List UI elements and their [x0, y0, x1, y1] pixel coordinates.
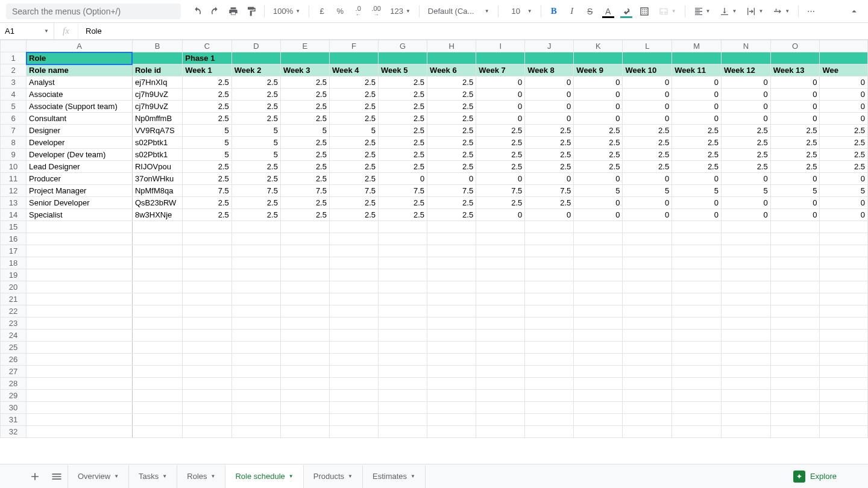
cell[interactable]	[379, 426, 427, 438]
cell[interactable]: 7.5	[427, 185, 476, 197]
cell[interactable]	[623, 342, 672, 354]
cell[interactable]: 2.5	[770, 161, 820, 173]
cell[interactable]	[525, 330, 574, 342]
cell[interactable]: 7.5	[379, 185, 427, 197]
row-header[interactable]: 18	[1, 257, 27, 269]
cell[interactable]	[329, 378, 378, 390]
sheet-tab[interactable]: Products▼	[304, 465, 363, 488]
cell[interactable]	[329, 269, 378, 281]
cell[interactable]	[525, 221, 574, 233]
cell[interactable]	[525, 293, 574, 305]
strikethrough-button[interactable]: S	[582, 4, 598, 19]
column-header[interactable]: G	[379, 40, 427, 52]
cell[interactable]: 5	[820, 185, 868, 197]
cell[interactable]	[231, 221, 280, 233]
row-header[interactable]: 24	[1, 330, 27, 342]
cell[interactable]: 0	[672, 173, 722, 185]
cell[interactable]	[820, 257, 868, 269]
cell[interactable]	[231, 426, 280, 438]
italic-button[interactable]: I	[564, 4, 580, 19]
cell[interactable]: 0	[721, 113, 770, 125]
cell[interactable]	[183, 390, 232, 402]
column-header[interactable]: I	[476, 40, 525, 52]
cell[interactable]	[132, 269, 182, 281]
cell[interactable]: 0	[770, 209, 820, 221]
row-header[interactable]: 6	[1, 113, 27, 125]
cell[interactable]	[525, 414, 574, 426]
cell[interactable]	[183, 330, 232, 342]
cell[interactable]: 2.5	[820, 149, 868, 161]
cell[interactable]: 0	[721, 77, 770, 89]
cell[interactable]: 2.5	[672, 125, 722, 137]
cell[interactable]	[231, 257, 280, 269]
cell[interactable]	[329, 390, 378, 402]
column-header[interactable]: O	[770, 40, 820, 52]
cell[interactable]	[770, 426, 820, 438]
cell[interactable]	[525, 342, 574, 354]
cell[interactable]: 0	[820, 197, 868, 209]
cell[interactable]: 2.5	[183, 209, 232, 221]
cell[interactable]	[132, 342, 182, 354]
cell[interactable]: 2.5	[329, 209, 378, 221]
cell[interactable]	[329, 281, 378, 293]
cell[interactable]	[770, 354, 820, 366]
cell[interactable]: 2.5	[623, 149, 672, 161]
cell[interactable]: 2.5	[183, 173, 232, 185]
cell[interactable]: 2.5	[280, 89, 329, 101]
row-header[interactable]: 32	[1, 426, 27, 438]
cell[interactable]: 0	[525, 113, 574, 125]
spreadsheet-grid[interactable]: ABCDEFGHIJKLMNO1RolePhase 12Role nameRol…	[0, 40, 868, 464]
row-header[interactable]: 23	[1, 318, 27, 330]
cell[interactable]: 2.5	[623, 137, 672, 149]
cell[interactable]: 2.5	[525, 125, 574, 137]
cell[interactable]	[280, 426, 329, 438]
merge-cells-button[interactable]: ▼	[655, 4, 680, 19]
cell[interactable]	[721, 257, 770, 269]
cell[interactable]	[427, 330, 476, 342]
cell[interactable]: 2.5	[525, 137, 574, 149]
cell[interactable]: Consultant	[27, 113, 133, 125]
cell[interactable]: 5	[721, 185, 770, 197]
cell[interactable]	[574, 342, 623, 354]
cell[interactable]	[525, 245, 574, 257]
cell[interactable]	[231, 269, 280, 281]
cell[interactable]	[672, 269, 722, 281]
cell[interactable]	[623, 318, 672, 330]
cell[interactable]	[770, 269, 820, 281]
cell[interactable]: 2.5	[427, 161, 476, 173]
column-header[interactable]: F	[329, 40, 378, 52]
cell[interactable]	[820, 426, 868, 438]
cell[interactable]	[721, 426, 770, 438]
cell[interactable]	[672, 342, 722, 354]
text-rotation-button[interactable]: ▼	[769, 4, 793, 19]
cell[interactable]: 2.5	[427, 101, 476, 113]
cell[interactable]: Role name	[27, 64, 133, 77]
fill-color-button[interactable]	[618, 4, 634, 19]
cell[interactable]	[525, 378, 574, 390]
cell[interactable]	[427, 378, 476, 390]
cell[interactable]: 0	[574, 197, 623, 209]
cell[interactable]	[427, 414, 476, 426]
cell[interactable]: Developer	[27, 137, 133, 149]
cell[interactable]	[820, 221, 868, 233]
cell[interactable]	[231, 245, 280, 257]
cell[interactable]: 0	[574, 89, 623, 101]
cell[interactable]	[623, 390, 672, 402]
cell[interactable]	[379, 342, 427, 354]
cell[interactable]	[379, 221, 427, 233]
cell[interactable]	[476, 366, 525, 378]
sheet-tab[interactable]: Overview▼	[68, 465, 129, 488]
cell[interactable]: Developer (Dev team)	[27, 149, 133, 161]
cell[interactable]: 2.5	[280, 149, 329, 161]
cell[interactable]: 2.5	[231, 209, 280, 221]
cell[interactable]	[623, 245, 672, 257]
cell[interactable]	[27, 269, 133, 281]
borders-button[interactable]	[637, 4, 652, 19]
cell[interactable]: 2.5	[329, 149, 378, 161]
cell[interactable]	[721, 293, 770, 305]
cell[interactable]: 0	[721, 209, 770, 221]
cell[interactable]	[132, 318, 182, 330]
cell[interactable]: 2.5	[379, 209, 427, 221]
cell[interactable]	[27, 426, 133, 438]
cell[interactable]	[820, 52, 868, 64]
